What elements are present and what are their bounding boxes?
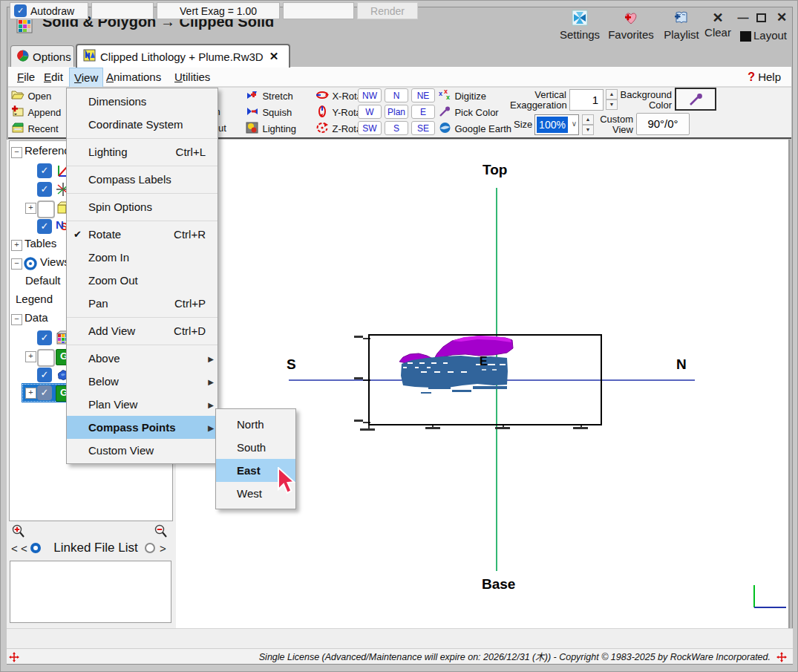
checkbox-checked-icon[interactable]: ✓ bbox=[14, 4, 27, 17]
menu-item-compass-labels[interactable]: Compass Labels bbox=[67, 168, 218, 191]
tab-document[interactable]: Clipped Lithology + Plume.Rw3D ✕ bbox=[76, 44, 290, 68]
expand-icon[interactable]: + bbox=[11, 240, 22, 251]
checkbox-checked-icon[interactable]: ✓ bbox=[37, 385, 52, 400]
expand-icon[interactable]: + bbox=[25, 351, 36, 362]
append-button[interactable]: Append bbox=[11, 105, 61, 120]
radio-unselected-icon[interactable] bbox=[145, 543, 155, 553]
favorites-button[interactable]: Favorites bbox=[605, 10, 657, 41]
playlist-button[interactable]: Playlist bbox=[660, 10, 703, 41]
append-icon bbox=[11, 105, 24, 120]
menu-item-zoom-in[interactable]: Zoom In bbox=[67, 246, 218, 269]
submenu-arrow-icon: ▶ bbox=[208, 371, 214, 394]
maximize-button[interactable] bbox=[756, 13, 766, 22]
move-handle-icon[interactable] bbox=[776, 652, 787, 665]
submenu-item-south[interactable]: South bbox=[216, 436, 295, 459]
menu-item-below[interactable]: Below▶ bbox=[67, 370, 218, 393]
view-w-button[interactable]: W bbox=[358, 105, 382, 119]
nav-next-label[interactable]: > > bbox=[160, 542, 173, 558]
squish-button[interactable]: Squish bbox=[246, 105, 292, 120]
checkbox-checked-icon[interactable]: ✓ bbox=[37, 182, 52, 197]
menu-item-add-view[interactable]: Add ViewCtrl+D bbox=[67, 319, 218, 342]
help-button[interactable]: ? Help bbox=[743, 68, 785, 86]
checkbox-checked-icon[interactable]: ✓ bbox=[37, 163, 52, 178]
collapse-icon[interactable]: − bbox=[11, 147, 22, 158]
view-n-button[interactable]: N bbox=[385, 88, 408, 102]
menu-utilities[interactable]: Utilities bbox=[170, 68, 215, 86]
google-earth-button[interactable]: Google Earth bbox=[439, 122, 511, 137]
plot3d-viewport[interactable] bbox=[176, 140, 790, 628]
minimize-button[interactable]: — bbox=[736, 11, 750, 25]
radio-selected-icon[interactable] bbox=[30, 543, 41, 553]
menu-item-compass-points[interactable]: Compass Points▶ bbox=[67, 416, 218, 439]
tab-document-label: Clipped Lithology + Plume.Rw3D bbox=[100, 50, 264, 63]
close-button[interactable]: ✕ bbox=[774, 11, 789, 25]
compass-north-label: N bbox=[676, 356, 687, 373]
background-color-button[interactable] bbox=[675, 88, 716, 111]
checkbox-unchecked-icon[interactable]: ✓ bbox=[37, 200, 55, 218]
menu-item-label: Zoom In bbox=[88, 246, 129, 269]
view-se-button[interactable]: SE bbox=[411, 121, 435, 135]
menu-file[interactable]: File bbox=[13, 68, 39, 86]
collapse-icon[interactable]: − bbox=[11, 314, 22, 325]
checkbox-checked-icon[interactable]: ✓ bbox=[37, 219, 52, 234]
render-button[interactable]: Render bbox=[357, 2, 418, 19]
size-dropdown[interactable]: 100% ∨ bbox=[534, 114, 579, 135]
menu-item-label: Below bbox=[88, 370, 119, 393]
tree-label-legend: Legend bbox=[16, 293, 53, 305]
menu-item-custom-view[interactable]: Custom View bbox=[67, 439, 218, 462]
view-plan-button[interactable]: Plan bbox=[385, 105, 408, 119]
recent-button[interactable]: Recent bbox=[11, 122, 59, 136]
linked-file-list-nav: < < Linked File List > > bbox=[7, 541, 173, 558]
open-label: Open bbox=[27, 91, 51, 102]
linked-file-list-box[interactable] bbox=[10, 561, 171, 623]
tab-close-icon[interactable]: ✕ bbox=[269, 50, 279, 63]
custom-view-button[interactable]: 90°/0° bbox=[636, 113, 690, 135]
menu-edit[interactable]: Edit bbox=[39, 68, 68, 86]
layout-button[interactable]: Layout bbox=[740, 29, 787, 42]
tab-options[interactable]: Options bbox=[10, 45, 74, 67]
tree-label-tables: Tables bbox=[24, 237, 56, 249]
tab-options-label: Options bbox=[33, 50, 71, 63]
checkbox-unchecked-icon[interactable]: ✓ bbox=[37, 349, 55, 367]
checkbox-checked-icon[interactable]: ✓ bbox=[37, 330, 52, 345]
menu-item-coordinate-system[interactable]: Coordinate System bbox=[67, 113, 218, 136]
open-button[interactable]: Open bbox=[11, 89, 51, 103]
recent-icon bbox=[11, 122, 24, 136]
vertical-exaggeration-input[interactable]: 1 bbox=[569, 89, 604, 111]
settings-button[interactable]: Settings bbox=[556, 10, 604, 41]
digitize-button[interactable]: xxx Digitize bbox=[439, 89, 486, 104]
nav-prev-label[interactable]: < < bbox=[11, 542, 27, 555]
stretch-button[interactable]: Stretch bbox=[246, 89, 293, 104]
submenu-item-north[interactable]: North bbox=[216, 413, 295, 436]
view-s-button[interactable]: S bbox=[385, 121, 408, 135]
menu-item-above[interactable]: Above▶ bbox=[67, 347, 218, 370]
expand-icon[interactable]: + bbox=[25, 388, 36, 399]
view-sw-button[interactable]: SW bbox=[358, 121, 382, 135]
menu-shortcut: Ctrl+L bbox=[176, 140, 206, 163]
zoom-in-magnifier-icon[interactable] bbox=[11, 524, 26, 539]
move-handle-icon[interactable] bbox=[9, 652, 19, 665]
expand-icon[interactable]: + bbox=[25, 203, 36, 214]
menu-item-spin-options[interactable]: Spin Options bbox=[67, 195, 218, 218]
pick-color-button[interactable]: Pick Color bbox=[439, 105, 499, 120]
collapse-icon[interactable]: − bbox=[11, 258, 22, 270]
menu-animations[interactable]: Animations bbox=[102, 68, 166, 86]
lighting-button[interactable]: Lighting bbox=[246, 122, 296, 137]
menu-item-zoom-out[interactable]: Zoom Out bbox=[67, 269, 218, 292]
clear-button[interactable]: ✕ Clear bbox=[700, 10, 736, 39]
checkbox-checked-icon[interactable]: ✓ bbox=[37, 368, 52, 382]
menu-item-lighting[interactable]: LightingCtrl+L bbox=[67, 140, 218, 163]
menu-item-dimensions[interactable]: Dimensions bbox=[67, 90, 218, 113]
zoom-out-magnifier-icon[interactable] bbox=[154, 524, 169, 539]
view-e-button[interactable]: E bbox=[411, 105, 435, 119]
menu-item-label: Add View bbox=[88, 319, 135, 342]
menu-item-pan[interactable]: PanCtrl+P bbox=[67, 292, 218, 315]
menu-view[interactable]: View bbox=[69, 68, 103, 88]
menu-item-plan-view[interactable]: Plan View▶ bbox=[67, 393, 218, 416]
help-icon: ? bbox=[748, 71, 755, 83]
view-ne-button[interactable]: NE bbox=[411, 88, 435, 102]
autodraw-toggle[interactable]: ✓ Autodraw bbox=[10, 2, 88, 19]
chevron-down-icon[interactable]: ∨ bbox=[572, 120, 577, 128]
menu-item-rotate[interactable]: ✔RotateCtrl+R bbox=[67, 223, 218, 246]
view-nw-button[interactable]: NW bbox=[358, 88, 382, 102]
